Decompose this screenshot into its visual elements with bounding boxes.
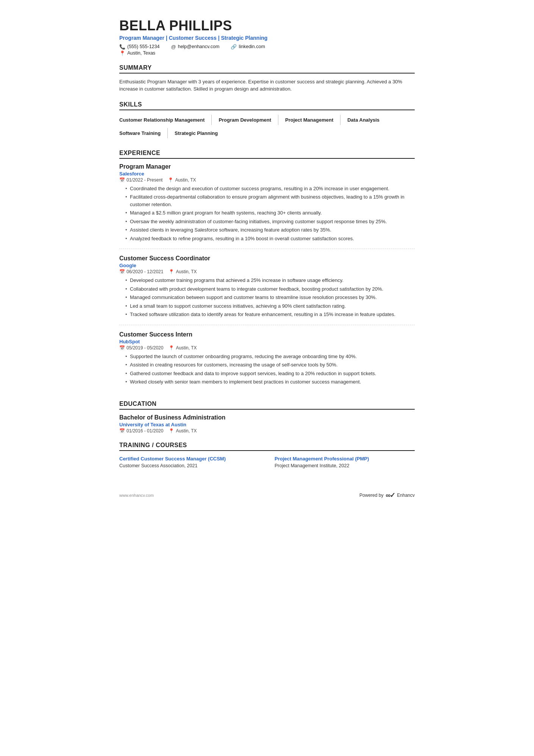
location-icon: 📍 <box>119 50 125 56</box>
job-bullets-2: Developed customer training programs tha… <box>119 277 415 318</box>
bullet-3-1: Supported the launch of customer onboard… <box>125 353 415 360</box>
bullet-3-4: Worked closely with senior team members … <box>125 378 415 386</box>
footer-website: www.enhancv.com <box>119 493 154 498</box>
edu-school: University of Texas at Austin <box>119 422 415 427</box>
cert-name-2: Project Management Professional (PMP) <box>275 455 415 462</box>
training-title: TRAINING / COURSES <box>119 442 415 451</box>
edu-meta: 📅 01/2016 - 01/2020 📍 Austin, TX <box>119 428 415 434</box>
bullet-1-6: Analyzed feedback to refine programs, re… <box>125 235 415 243</box>
skill-program-dev: Program Development <box>219 115 278 125</box>
pin-icon-1: 📍 <box>168 177 173 183</box>
powered-by-text: Powered by <box>359 493 383 498</box>
company-name-3: HubSpot <box>119 339 415 344</box>
location-contact: 📍 Austin, Texas <box>119 50 155 56</box>
skill-strategic-planning: Strategic Planning <box>175 128 225 138</box>
page-footer: www.enhancv.com Powered by ∞✓ Enhancv <box>119 491 415 499</box>
experience-section: EXPERIENCE Program Manager Salesforce 📅 … <box>119 150 415 392</box>
job-dates-2: 📅 06/2020 - 12/2021 <box>119 269 163 274</box>
email-address: help@enhancv.com <box>178 44 220 49</box>
calendar-icon-1: 📅 <box>119 177 125 183</box>
summary-text: Enthusiastic Program Manager with 3 year… <box>119 78 415 93</box>
location-text: Austin, Texas <box>127 50 155 56</box>
job-dates-1: 📅 01/2022 - Present <box>119 177 162 183</box>
edu-dates: 📅 01/2016 - 01/2020 <box>119 428 163 434</box>
calendar-icon-2: 📅 <box>119 269 125 274</box>
bullet-1-2: Facilitated cross-departmental collabora… <box>125 193 415 208</box>
education-title: EDUCATION <box>119 401 415 410</box>
phone-contact: 📞 (555) 555-1234 <box>119 44 159 50</box>
company-name-1: Salesforce <box>119 171 415 177</box>
candidate-name: BELLA PHILLIPS <box>119 18 415 33</box>
bullet-1-1: Coordinated the design and execution of … <box>125 185 415 193</box>
job-bullets-1: Coordinated the design and execution of … <box>119 185 415 243</box>
job-meta-2: 📅 06/2020 - 12/2021 📍 Austin, TX <box>119 269 415 274</box>
skills-title: SKILLS <box>119 101 415 110</box>
skill-project-mgmt: Project Management <box>285 115 340 125</box>
job-salesforce: Program Manager Salesforce 📅 01/2022 - P… <box>119 163 415 249</box>
enhancv-branding: Powered by ∞✓ Enhancv <box>359 491 415 499</box>
calendar-icon-3: 📅 <box>119 345 125 351</box>
skills-section: SKILLS Customer Relationship Management … <box>119 101 415 141</box>
cert-name-1: Certified Customer Success Manager (CCSM… <box>119 455 259 462</box>
skills-row-2: Software Training Strategic Planning <box>119 128 415 141</box>
bullet-2-2: Collaborated with product development te… <box>125 285 415 293</box>
job-location-3: 📍 Austin, TX <box>169 345 197 351</box>
skills-grid: Customer Relationship Management Program… <box>119 115 415 141</box>
phone-number: (555) 555-1234 <box>127 44 159 49</box>
training-item-2: Project Management Professional (PMP) Pr… <box>275 455 415 468</box>
skill-software-training: Software Training <box>119 128 168 138</box>
link-icon: 🔗 <box>231 44 237 50</box>
linkedin-url: linkedin.com <box>239 44 265 49</box>
cert-issuer-2: Project Management Institute, 2022 <box>275 463 415 468</box>
job-bullets-3: Supported the launch of customer onboard… <box>119 353 415 386</box>
calendar-icon-edu: 📅 <box>119 428 125 434</box>
training-section: TRAINING / COURSES Certified Customer Su… <box>119 442 415 468</box>
bullet-3-2: Assisted in creating resources for custo… <box>125 361 415 369</box>
bullet-1-3: Managed a $2.5 million grant program for… <box>125 209 415 217</box>
bullet-1-5: Assisted clients in leveraging Salesforc… <box>125 226 415 234</box>
skill-data-analysis: Data Analysis <box>347 115 386 125</box>
training-item-1: Certified Customer Success Manager (CCSM… <box>119 455 259 468</box>
summary-title: SUMMARY <box>119 64 415 74</box>
job-title-1: Program Manager <box>119 163 415 170</box>
bullet-2-3: Managed communication between support an… <box>125 294 415 301</box>
resume-header: BELLA PHILLIPS Program Manager | Custome… <box>119 18 415 56</box>
job-title-3: Customer Success Intern <box>119 331 415 338</box>
cert-issuer-1: Customer Success Association, 2021 <box>119 463 259 468</box>
pin-icon-edu: 📍 <box>169 428 174 434</box>
job-google: Customer Success Coordinator Google 📅 06… <box>119 255 415 325</box>
job-meta-1: 📅 01/2022 - Present 📍 Austin, TX <box>119 177 415 183</box>
candidate-tagline: Program Manager | Customer Success | Str… <box>119 35 415 41</box>
bullet-2-4: Led a small team to support customer suc… <box>125 302 415 310</box>
bullet-2-1: Developed customer training programs tha… <box>125 277 415 284</box>
job-title-2: Customer Success Coordinator <box>119 255 415 262</box>
contact-row: 📞 (555) 555-1234 @ help@enhancv.com 🔗 li… <box>119 44 415 50</box>
email-icon: @ <box>171 44 176 50</box>
pin-icon-3: 📍 <box>169 345 174 351</box>
job-location-1: 📍 Austin, TX <box>168 177 196 183</box>
location-row: 📍 Austin, Texas <box>119 50 415 56</box>
bullet-3-3: Gathered customer feedback and data to i… <box>125 370 415 377</box>
company-name-2: Google <box>119 263 415 268</box>
bullet-2-5: Tracked software utilization data to ide… <box>125 311 415 318</box>
edu-degree: Bachelor of Business Administration <box>119 414 415 421</box>
education-section: EDUCATION Bachelor of Business Administr… <box>119 401 415 434</box>
enhancv-logo-icon: ∞✓ <box>386 491 395 499</box>
bullet-1-4: Oversaw the weekly administration of cus… <box>125 218 415 225</box>
skills-row-1: Customer Relationship Management Program… <box>119 115 415 127</box>
job-hubspot: Customer Success Intern HubSpot 📅 05/201… <box>119 331 415 392</box>
enhancv-brand-name: Enhancv <box>397 493 415 498</box>
job-dates-3: 📅 05/2019 - 05/2020 <box>119 345 163 351</box>
summary-section: SUMMARY Enthusiastic Program Manager wit… <box>119 64 415 93</box>
email-contact: @ help@enhancv.com <box>171 44 219 50</box>
phone-icon: 📞 <box>119 44 125 50</box>
experience-title: EXPERIENCE <box>119 150 415 159</box>
job-location-2: 📍 Austin, TX <box>169 269 197 274</box>
skill-crm: Customer Relationship Management <box>119 115 212 125</box>
training-grid: Certified Customer Success Manager (CCSM… <box>119 455 415 468</box>
linkedin-contact: 🔗 linkedin.com <box>231 44 265 50</box>
job-meta-3: 📅 05/2019 - 05/2020 📍 Austin, TX <box>119 345 415 351</box>
edu-location: 📍 Austin, TX <box>169 428 197 434</box>
pin-icon-2: 📍 <box>169 269 174 274</box>
